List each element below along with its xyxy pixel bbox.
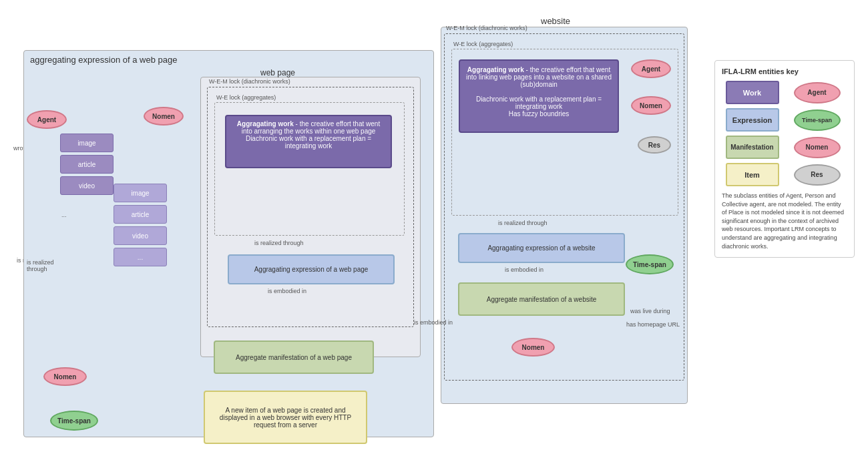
legend-title: IFLA-LRM entities key	[722, 67, 847, 75]
nomen-ellipse-website-bottom: Nomen	[511, 338, 555, 357]
dots-label: ...	[61, 212, 67, 218]
content-stack-2: image article video ...	[114, 184, 167, 269]
legend-res: Res	[787, 163, 847, 186]
website-label: website	[541, 16, 570, 26]
wem-lock-website: W-E-M lock (diachronic works) W-E lock (…	[444, 33, 684, 381]
legend-nomen: Nomen	[787, 136, 847, 159]
legend-expression-box: Expression	[726, 108, 779, 132]
timespan-ellipse-website: Time-span	[626, 254, 674, 274]
legend-timespan: Time-span	[787, 108, 847, 132]
aggregating-work-website-box: Aggragating work - the creative effort t…	[459, 59, 619, 133]
realized-through-label-website: is realized through	[498, 220, 548, 226]
legend-timespan-ellipse: Time-span	[794, 109, 841, 131]
legend-agent-ellipse: Agent	[794, 82, 841, 103]
embodied-in-label-website: is embodied in	[505, 266, 544, 273]
wem-lock-webpage: W-E-M lock (diachronic works) W-E lock (…	[207, 87, 414, 327]
embodied-in-cross-label: is embodied in	[414, 319, 453, 326]
aggr-manif-webpage-box: Aggregate manifestation of a web page	[214, 341, 374, 374]
aggregating-work-webpage-box: Aggragating work - the creative effort t…	[225, 115, 392, 168]
live-during-label: was live during	[630, 308, 670, 314]
realized-through-label-left: is realizedthrough	[27, 259, 54, 272]
legend-agent: Agent	[787, 81, 847, 104]
nomen-ellipse-bottom: Nomen	[43, 367, 87, 386]
legend-box: IFLA-LRM entities key Work Agent Express…	[714, 60, 855, 258]
aggr-exp-webpage-box: Aggragating expression of a web page	[228, 254, 395, 284]
article-box-2: article	[114, 205, 167, 224]
webpage-label: web page	[260, 68, 295, 77]
legend-nomen-ellipse: Nomen	[794, 137, 841, 158]
legend-work-box: Work	[726, 81, 779, 104]
legend-grid: Work Agent Expression Time-span	[722, 81, 847, 186]
legend-manifestation-box: Manifestation	[726, 136, 779, 159]
we-lock-webpage: W-E lock (aggregates) Aggragating work -…	[214, 102, 405, 236]
legend-item: Item	[722, 163, 783, 186]
res-ellipse-website: Res	[638, 136, 671, 154]
legend-note: The subclass entities of Agent, Person a…	[722, 192, 847, 250]
diagram-container: has rights to wrote has title is realize…	[7, 7, 861, 445]
agent-ellipse-left: Agent	[27, 110, 67, 129]
legend-work: Work	[722, 81, 783, 104]
legend-item-box: Item	[726, 163, 779, 186]
legend-expression: Expression	[722, 108, 783, 132]
video-box-1: video	[60, 176, 114, 195]
nomen-ellipse-left: Nomen	[144, 107, 184, 126]
article-box-1: article	[60, 155, 114, 174]
outer-container-label: aggregating expression of a web page	[30, 55, 177, 65]
image-box-1: image	[60, 134, 114, 152]
item-desc-box: A new item of a web page is created and …	[204, 391, 367, 444]
image-box-2: image	[114, 184, 167, 202]
realized-through-label-webpage: is realized through	[254, 240, 304, 246]
nomen-ellipse-website: Nomen	[631, 96, 671, 115]
content-stack-1: image article video	[60, 134, 114, 198]
homepage-url-label: has homepage URL	[626, 321, 680, 328]
video-box-2: video	[114, 226, 167, 245]
aggr-exp-website-box: Aggragating expression of a website	[458, 233, 625, 263]
agent-ellipse-website: Agent	[631, 59, 671, 78]
embodied-in-label-webpage: is embodied in	[268, 288, 306, 294]
aggr-manif-website-box: Aggregate manifestation of a website	[458, 282, 625, 316]
legend-res-ellipse: Res	[794, 164, 841, 186]
we-lock-website: W-E lock (aggregates) Aggragating work -…	[451, 49, 678, 216]
legend-manifestation: Manifestation	[722, 136, 783, 159]
dots-box: ...	[114, 248, 167, 266]
timespan-ellipse-left: Time-span	[50, 411, 98, 431]
